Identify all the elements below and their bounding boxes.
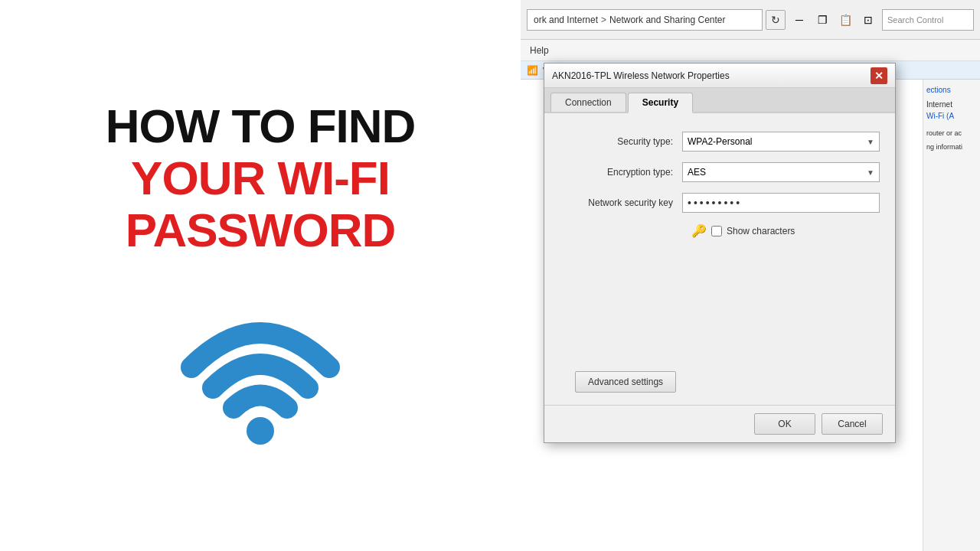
hero-line2: YOUR WI-FI (106, 152, 416, 204)
dialog-title: AKN2016-TPL Wireless Network Properties (552, 70, 730, 81)
connections-text: ections (926, 86, 977, 94)
hero-line1: HOW TO FIND (106, 100, 416, 152)
show-characters-label[interactable]: Show characters (727, 226, 795, 236)
copy-icon[interactable]: ❐ (812, 9, 833, 31)
security-type-row: Security type: WPA2-Personal ▼ (560, 132, 880, 152)
breadcrumb-area[interactable]: ork and Internet > Network and Sharing C… (527, 9, 763, 31)
network-key-input[interactable] (682, 193, 880, 213)
encryption-type-value: AES (688, 167, 706, 178)
nsc-right-panel: ections Internet Wi-Fi (A router or ac n… (923, 80, 980, 551)
hero-text: HOW TO FIND YOUR WI-FI PASSWORD (106, 100, 416, 257)
search-placeholder: Search Control (887, 15, 943, 24)
internet-text: Internet (926, 100, 977, 109)
breadcrumb-chevron: > (601, 15, 606, 25)
menu-bar: Help (521, 40, 980, 61)
security-type-label: Security type: (560, 136, 682, 147)
refresh-button[interactable]: ↻ (766, 10, 786, 30)
dialog-footer: OK Cancel (544, 405, 895, 442)
search-control[interactable]: Search Control (882, 9, 974, 31)
wireless-properties-dialog: AKN2016-TPL Wireless Network Properties … (544, 63, 896, 443)
show-characters-row: 🔑 Show characters (560, 223, 880, 238)
cancel-button[interactable]: Cancel (822, 413, 883, 435)
dialog-content: Security type: WPA2-Personal ▼ Encryptio… (544, 113, 895, 405)
hero-line3: PASSWORD (106, 204, 416, 256)
breadcrumb-part1: ork and Internet (534, 15, 598, 25)
win-toolbar: ork and Internet > Network and Sharing C… (521, 0, 980, 40)
minimize-icon[interactable]: ─ (789, 9, 810, 31)
network-key-row: Network security key (560, 193, 880, 213)
breadcrumb-part2: Network and Sharing Center (609, 15, 725, 25)
help-menu[interactable]: Help (527, 44, 552, 57)
svg-point-0 (247, 417, 274, 445)
right-panel: ork and Internet > Network and Sharing C… (521, 0, 980, 551)
paste-icon[interactable]: 📋 (835, 9, 856, 31)
tab-connection[interactable]: Connection (550, 93, 626, 112)
advanced-settings-button[interactable]: Advanced settings (575, 371, 676, 393)
encryption-type-arrow-icon: ▼ (867, 168, 874, 177)
ok-button[interactable]: OK (754, 413, 815, 435)
wifi-status-icon: 📶 (527, 65, 538, 76)
encryption-type-row: Encryption type: AES ▼ (560, 162, 880, 182)
security-type-arrow-icon: ▼ (867, 138, 874, 146)
maximize-icon[interactable]: ⊡ (858, 9, 879, 31)
router-text: router or ac (926, 129, 977, 137)
dialog-spacer (560, 249, 880, 371)
info-text: ng informati (926, 143, 977, 151)
tab-security[interactable]: Security (628, 93, 693, 113)
dialog-tabs: Connection Security (544, 88, 895, 113)
show-characters-checkbox[interactable] (711, 226, 722, 236)
security-type-dropdown[interactable]: WPA2-Personal ▼ (682, 132, 880, 152)
security-shield-icon: 🔑 (691, 223, 707, 238)
network-key-label: Network security key (560, 197, 682, 208)
dialog-close-button[interactable]: ✕ (871, 67, 887, 84)
encryption-type-label: Encryption type: (560, 167, 682, 178)
wifi-text: Wi-Fi (A (926, 112, 977, 120)
toolbar-icons: ─ ❐ 📋 ⊡ (789, 9, 879, 31)
wifi-icon (176, 295, 345, 451)
dialog-titlebar: AKN2016-TPL Wireless Network Properties … (544, 64, 895, 88)
left-panel: HOW TO FIND YOUR WI-FI PASSWORD (0, 0, 521, 551)
encryption-type-dropdown[interactable]: AES ▼ (682, 162, 880, 182)
security-type-value: WPA2-Personal (688, 136, 752, 147)
